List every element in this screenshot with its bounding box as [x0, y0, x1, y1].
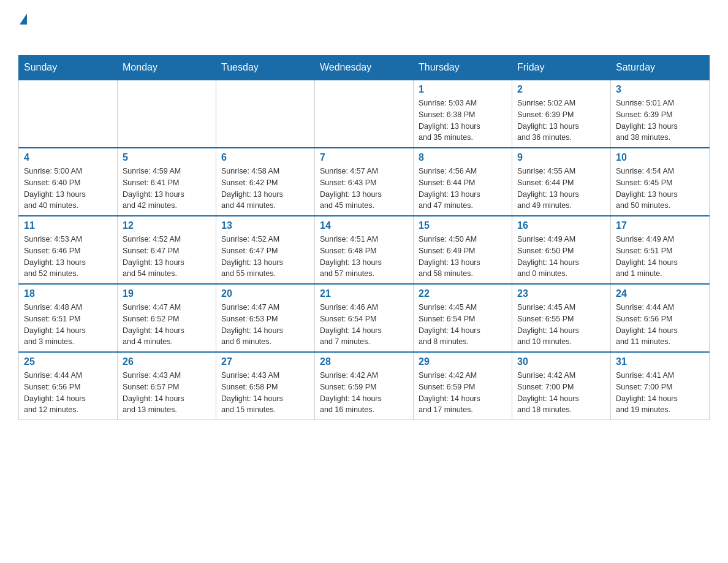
- calendar-table: SundayMondayTuesdayWednesdayThursdayFrid…: [18, 55, 710, 420]
- calendar-cell: 3Sunrise: 5:01 AM Sunset: 6:39 PM Daylig…: [611, 80, 710, 148]
- calendar-cell: 28Sunrise: 4:42 AM Sunset: 6:59 PM Dayli…: [315, 352, 414, 420]
- day-number: 21: [320, 288, 408, 299]
- calendar-week-row: 18Sunrise: 4:48 AM Sunset: 6:51 PM Dayli…: [19, 284, 710, 352]
- day-number: 11: [24, 220, 112, 231]
- calendar-cell: 20Sunrise: 4:47 AM Sunset: 6:53 PM Dayli…: [216, 284, 315, 352]
- day-info: Sunrise: 4:43 AM Sunset: 6:58 PM Dayligh…: [221, 370, 309, 416]
- day-info: Sunrise: 4:57 AM Sunset: 6:43 PM Dayligh…: [320, 166, 408, 212]
- calendar-cell: 26Sunrise: 4:43 AM Sunset: 6:57 PM Dayli…: [118, 352, 216, 420]
- day-info: Sunrise: 4:48 AM Sunset: 6:51 PM Dayligh…: [24, 302, 112, 348]
- day-number: 17: [616, 220, 704, 231]
- calendar-cell: 19Sunrise: 4:47 AM Sunset: 6:52 PM Dayli…: [118, 284, 216, 352]
- day-info: Sunrise: 4:47 AM Sunset: 6:53 PM Dayligh…: [221, 302, 309, 348]
- calendar-cell: 29Sunrise: 4:42 AM Sunset: 6:59 PM Dayli…: [414, 352, 512, 420]
- day-number: 7: [320, 152, 408, 163]
- calendar-cell: 10Sunrise: 4:54 AM Sunset: 6:45 PM Dayli…: [611, 148, 710, 216]
- calendar-cell: 30Sunrise: 4:42 AM Sunset: 7:00 PM Dayli…: [512, 352, 611, 420]
- day-number: 24: [616, 288, 704, 299]
- day-info: Sunrise: 5:00 AM Sunset: 6:40 PM Dayligh…: [24, 166, 112, 212]
- page-header: [18, 12, 710, 43]
- calendar-cell: 22Sunrise: 4:45 AM Sunset: 6:54 PM Dayli…: [414, 284, 512, 352]
- day-number: 12: [123, 220, 211, 231]
- day-info: Sunrise: 4:44 AM Sunset: 6:56 PM Dayligh…: [616, 302, 704, 348]
- day-info: Sunrise: 4:50 AM Sunset: 6:49 PM Dayligh…: [419, 234, 507, 280]
- day-info: Sunrise: 5:02 AM Sunset: 6:39 PM Dayligh…: [517, 98, 605, 144]
- calendar-week-row: 4Sunrise: 5:00 AM Sunset: 6:40 PM Daylig…: [19, 148, 710, 216]
- day-info: Sunrise: 4:42 AM Sunset: 6:59 PM Dayligh…: [419, 370, 507, 416]
- day-number: 2: [517, 84, 605, 95]
- day-info: Sunrise: 4:53 AM Sunset: 6:46 PM Dayligh…: [24, 234, 112, 280]
- calendar-week-row: 1Sunrise: 5:03 AM Sunset: 6:38 PM Daylig…: [19, 80, 710, 148]
- day-info: Sunrise: 4:58 AM Sunset: 6:42 PM Dayligh…: [221, 166, 309, 212]
- day-info: Sunrise: 4:42 AM Sunset: 6:59 PM Dayligh…: [320, 370, 408, 416]
- calendar-week-row: 11Sunrise: 4:53 AM Sunset: 6:46 PM Dayli…: [19, 216, 710, 284]
- calendar-cell: [19, 80, 118, 148]
- day-number: 18: [24, 288, 112, 299]
- day-info: Sunrise: 4:45 AM Sunset: 6:54 PM Dayligh…: [419, 302, 507, 348]
- calendar-cell: 5Sunrise: 4:59 AM Sunset: 6:41 PM Daylig…: [118, 148, 216, 216]
- calendar-cell: 18Sunrise: 4:48 AM Sunset: 6:51 PM Dayli…: [19, 284, 118, 352]
- day-info: Sunrise: 4:54 AM Sunset: 6:45 PM Dayligh…: [616, 166, 704, 212]
- calendar-cell: 12Sunrise: 4:52 AM Sunset: 6:47 PM Dayli…: [118, 216, 216, 284]
- day-number: 9: [517, 152, 605, 163]
- calendar-cell: 25Sunrise: 4:44 AM Sunset: 6:56 PM Dayli…: [19, 352, 118, 420]
- day-info: Sunrise: 4:43 AM Sunset: 6:57 PM Dayligh…: [123, 370, 211, 416]
- day-number: 15: [419, 220, 507, 231]
- day-info: Sunrise: 4:52 AM Sunset: 6:47 PM Dayligh…: [221, 234, 309, 280]
- day-number: 6: [221, 152, 309, 163]
- day-number: 27: [221, 356, 309, 367]
- day-info: Sunrise: 5:01 AM Sunset: 6:39 PM Dayligh…: [616, 98, 704, 144]
- calendar-cell: 23Sunrise: 4:45 AM Sunset: 6:55 PM Dayli…: [512, 284, 611, 352]
- calendar-cell: 1Sunrise: 5:03 AM Sunset: 6:38 PM Daylig…: [414, 80, 512, 148]
- calendar-week-row: 25Sunrise: 4:44 AM Sunset: 6:56 PM Dayli…: [19, 352, 710, 420]
- day-number: 14: [320, 220, 408, 231]
- logo-triangle-icon: [20, 13, 27, 25]
- day-info: Sunrise: 4:59 AM Sunset: 6:41 PM Dayligh…: [123, 166, 211, 212]
- day-info: Sunrise: 4:46 AM Sunset: 6:54 PM Dayligh…: [320, 302, 408, 348]
- calendar-header-saturday: Saturday: [611, 56, 710, 80]
- day-number: 20: [221, 288, 309, 299]
- calendar-header-friday: Friday: [512, 56, 611, 80]
- calendar-header-thursday: Thursday: [414, 56, 512, 80]
- calendar-header-sunday: Sunday: [19, 56, 118, 80]
- day-number: 3: [616, 84, 704, 95]
- day-info: Sunrise: 4:41 AM Sunset: 7:00 PM Dayligh…: [616, 370, 704, 416]
- calendar-cell: 7Sunrise: 4:57 AM Sunset: 6:43 PM Daylig…: [315, 148, 414, 216]
- calendar-cell: 8Sunrise: 4:56 AM Sunset: 6:44 PM Daylig…: [414, 148, 512, 216]
- day-number: 4: [24, 152, 112, 163]
- day-info: Sunrise: 4:42 AM Sunset: 7:00 PM Dayligh…: [517, 370, 605, 416]
- calendar-cell: 9Sunrise: 4:55 AM Sunset: 6:44 PM Daylig…: [512, 148, 611, 216]
- calendar-header-monday: Monday: [118, 56, 216, 80]
- logo: [18, 12, 28, 43]
- calendar-cell: [216, 80, 315, 148]
- calendar-cell: 31Sunrise: 4:41 AM Sunset: 7:00 PM Dayli…: [611, 352, 710, 420]
- calendar-cell: 11Sunrise: 4:53 AM Sunset: 6:46 PM Dayli…: [19, 216, 118, 284]
- day-number: 13: [221, 220, 309, 231]
- day-number: 22: [419, 288, 507, 299]
- day-info: Sunrise: 4:44 AM Sunset: 6:56 PM Dayligh…: [24, 370, 112, 416]
- day-number: 5: [123, 152, 211, 163]
- day-info: Sunrise: 4:47 AM Sunset: 6:52 PM Dayligh…: [123, 302, 211, 348]
- day-number: 1: [419, 84, 507, 95]
- day-number: 25: [24, 356, 112, 367]
- day-number: 23: [517, 288, 605, 299]
- day-number: 26: [123, 356, 211, 367]
- calendar-cell: 24Sunrise: 4:44 AM Sunset: 6:56 PM Dayli…: [611, 284, 710, 352]
- day-number: 30: [517, 356, 605, 367]
- day-info: Sunrise: 4:56 AM Sunset: 6:44 PM Dayligh…: [419, 166, 507, 212]
- day-number: 19: [123, 288, 211, 299]
- day-info: Sunrise: 4:55 AM Sunset: 6:44 PM Dayligh…: [517, 166, 605, 212]
- day-number: 10: [616, 152, 704, 163]
- calendar-cell: 21Sunrise: 4:46 AM Sunset: 6:54 PM Dayli…: [315, 284, 414, 352]
- calendar-cell: 2Sunrise: 5:02 AM Sunset: 6:39 PM Daylig…: [512, 80, 611, 148]
- day-info: Sunrise: 5:03 AM Sunset: 6:38 PM Dayligh…: [419, 98, 507, 144]
- day-info: Sunrise: 4:51 AM Sunset: 6:48 PM Dayligh…: [320, 234, 408, 280]
- day-number: 8: [419, 152, 507, 163]
- calendar-cell: 27Sunrise: 4:43 AM Sunset: 6:58 PM Dayli…: [216, 352, 315, 420]
- calendar-cell: [315, 80, 414, 148]
- day-number: 28: [320, 356, 408, 367]
- day-info: Sunrise: 4:52 AM Sunset: 6:47 PM Dayligh…: [123, 234, 211, 280]
- day-info: Sunrise: 4:49 AM Sunset: 6:51 PM Dayligh…: [616, 234, 704, 280]
- calendar-cell: 4Sunrise: 5:00 AM Sunset: 6:40 PM Daylig…: [19, 148, 118, 216]
- calendar-cell: 17Sunrise: 4:49 AM Sunset: 6:51 PM Dayli…: [611, 216, 710, 284]
